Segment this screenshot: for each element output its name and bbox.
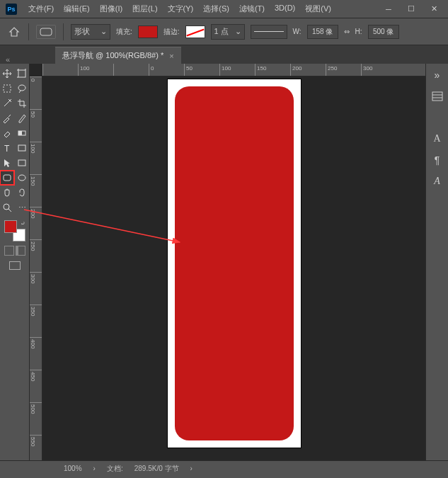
doc-info-label: 文档: [107,464,123,474]
hand-tool[interactable] [0,186,14,200]
paragraph-panel-icon[interactable]: ¶ [430,153,444,167]
rotate-view-tool[interactable] [15,186,29,200]
svg-point-3 [18,85,25,91]
rounded-rectangle-shape[interactable] [175,86,294,440]
zoom-tool[interactable] [0,200,14,215]
width-label: W: [293,28,301,35]
document-tab-strip: « 悬浮导航 @ 100%(RGB/8#) * × [0,45,448,64]
window-controls: ─ ☐ ✕ [380,4,442,15]
close-button[interactable]: ✕ [425,4,442,15]
stroke-width-value: 1 点 [214,26,229,37]
tool-preset-rounded-rect[interactable] [36,25,56,39]
doc-info-value[interactable]: 289.5K/0 字节 [134,464,179,474]
type-tool[interactable]: T [0,141,14,155]
crop-tool[interactable] [15,96,29,110]
quick-mask-mode[interactable] [16,246,25,256]
properties-panel-icon[interactable] [430,89,444,103]
fill-label: 填充: [116,27,132,37]
svg-rect-0 [40,28,52,35]
menu-file[interactable]: 文件(F) [24,2,58,16]
svg-rect-12 [432,92,442,101]
titlebar: Ps 文件(F) 编辑(E) 图像(I) 图层(L) 文字(Y) 选择(S) 滤… [0,0,448,18]
brush-tool[interactable] [15,111,29,125]
menu-select[interactable]: 选择(S) [199,2,234,16]
svg-text:T: T [4,144,10,153]
swap-colors-icon[interactable]: ⤾ [21,220,25,227]
link-wh-icon[interactable]: ⇔ [344,28,350,35]
shape-mode-dropdown[interactable]: 形状 ⌄ [71,24,110,40]
options-bar: 形状 ⌄ 填充: 描边: 1 点 ⌄ W: ⇔ H: [0,18,448,45]
ruler-horizontal[interactable]: 100050100150200250300 [42,64,425,76]
stroke-style-dropdown[interactable] [251,25,287,39]
artboard-tool[interactable] [15,67,29,81]
shape-mode-value: 形状 [74,26,90,37]
status-chevron-icon[interactable]: › [190,465,193,472]
height-input[interactable] [368,25,399,39]
document-tab[interactable]: 悬浮导航 @ 100%(RGB/8#) * × [55,47,181,64]
glyphs-panel-icon[interactable]: A [430,174,444,188]
rounded-rectangle-tool[interactable] [0,171,14,185]
menu-view[interactable]: 视图(V) [301,2,335,16]
stroke-label: 描边: [163,27,180,37]
svg-rect-9 [4,175,11,181]
fill-color-swatch[interactable] [138,25,158,38]
edit-toolbar-icon[interactable]: ⋯ [15,200,29,215]
lasso-tool[interactable] [15,81,29,96]
eraser-tool[interactable] [0,126,14,140]
status-chevron-icon[interactable]: › [93,465,96,472]
svg-rect-5 [18,131,22,135]
menu-type[interactable]: 文字(Y) [163,2,198,16]
stroke-width-dropdown[interactable]: 1 点 ⌄ [211,24,245,40]
minimize-button[interactable]: ─ [380,4,397,15]
svg-point-11 [4,204,9,210]
chevron-down-icon: ⌄ [235,27,241,36]
home-icon[interactable] [7,25,21,39]
svg-rect-2 [4,85,11,92]
ellipse-tool[interactable] [15,171,29,185]
document-window: 100050100150200250300 050100150200250300… [30,64,425,460]
menu-3d[interactable]: 3D(D) [270,2,299,16]
document-tab-title: 悬浮导航 @ 100%(RGB/8#) * [62,50,163,61]
expand-panels-icon[interactable]: » [430,68,444,82]
tools-panel: T ⋯ ⤾ [0,64,30,460]
svg-rect-1 [18,70,25,77]
color-picker[interactable]: ⤾ [4,220,25,241]
chevron-down-icon: ⌄ [100,27,107,36]
tab-close-icon[interactable]: × [169,52,173,60]
menu-bar: 文件(F) 编辑(E) 图像(I) 图层(L) 文字(Y) 选择(S) 滤镜(T… [24,2,380,16]
rectangle-shape-tool[interactable] [15,156,29,170]
move-tool[interactable] [0,67,14,81]
collapse-panels-icon[interactable]: « [6,55,10,64]
screen-mode-button[interactable] [9,261,21,270]
stroke-color-swatch[interactable] [185,25,205,38]
menu-edit[interactable]: 编辑(E) [59,2,94,16]
rectangle-tool[interactable] [15,141,29,155]
right-panel-dock: » A ¶ A [425,64,448,460]
standard-mode[interactable] [4,246,14,256]
maximize-button[interactable]: ☐ [403,4,420,15]
workspace: T ⋯ ⤾ 100050100150200250300 050100150200… [0,64,448,460]
svg-rect-8 [18,160,25,166]
app-logo: Ps [6,4,17,15]
path-select-tool[interactable] [0,156,14,170]
status-bar: 100% › 文档: 289.5K/0 字节 › [0,460,448,476]
height-label: H: [355,28,362,35]
eyedropper-tool[interactable] [0,111,14,125]
menu-filter[interactable]: 滤镜(T) [235,2,269,16]
gradient-tool[interactable] [15,126,29,140]
marquee-tool[interactable] [0,81,14,96]
magic-wand-tool[interactable] [0,96,14,110]
svg-point-10 [18,175,25,181]
artboard[interactable] [168,79,301,448]
menu-layer[interactable]: 图层(L) [128,2,161,16]
foreground-color[interactable] [4,220,17,233]
width-input[interactable] [307,25,338,39]
mask-mode-toggle [4,246,25,256]
character-panel-icon[interactable]: A [430,132,444,146]
zoom-level[interactable]: 100% [64,465,82,472]
canvas-area[interactable] [42,76,425,460]
svg-rect-7 [18,145,25,151]
ruler-vertical[interactable]: 050100150200250300350400450500550 [30,76,42,460]
menu-image[interactable]: 图像(I) [96,2,127,16]
